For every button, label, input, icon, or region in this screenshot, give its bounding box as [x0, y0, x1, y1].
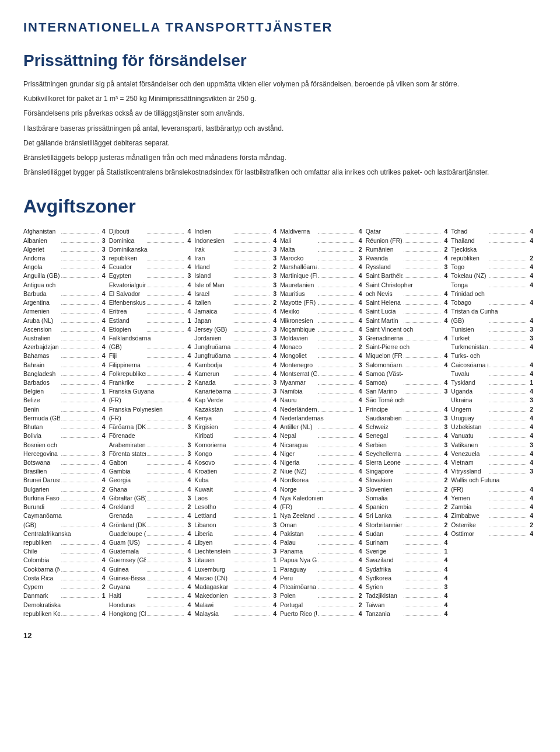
country-name: Paraguay [280, 565, 317, 574]
country-name: Nederländerna [280, 405, 317, 414]
zone-number: 4 [356, 263, 362, 271]
zone-number: 4 [356, 316, 362, 325]
list-item: Armenien4 [23, 307, 106, 316]
zone-number: 4 [100, 503, 106, 511]
country-name: Tyskland [451, 378, 488, 387]
zone-number: 4 [527, 361, 533, 370]
country-name: Sri Lanka [366, 511, 402, 520]
zone-number: 4 [271, 414, 276, 423]
zone-number: 2 [527, 254, 533, 263]
country-name: Trinidad och [451, 290, 533, 298]
country-name: Chile [23, 547, 60, 556]
zone-number: 3 [271, 271, 276, 280]
country-name: Gambia [109, 467, 146, 476]
avgiftszoner-title: Avgiftszoner [23, 192, 537, 220]
list-item: Qatar4 [366, 227, 448, 236]
country-name: Östtimor [451, 530, 488, 538]
list-item: republiken2 [451, 254, 533, 263]
country-name: Förenta staterna [109, 450, 146, 458]
dots [147, 313, 184, 314]
country-name: Antiller (NL) [280, 423, 317, 431]
dots [489, 411, 526, 412]
country-name: Tunisien [451, 325, 488, 334]
list-item: Panama4 [280, 547, 362, 556]
list-item: Wallis och Futuna [451, 476, 533, 485]
list-item: Jungfruöarna (US)4 [194, 351, 276, 360]
list-item: Albanien3 [23, 236, 106, 245]
zone-number: 4 [100, 370, 106, 378]
dots [61, 482, 98, 482]
dots [489, 420, 526, 420]
zone-number: 4 [527, 316, 533, 325]
dots [318, 384, 355, 385]
zone-number: 4 [356, 565, 362, 574]
zone-number: 4 [271, 351, 276, 360]
dots [61, 402, 98, 402]
zone-number: 2 [356, 591, 362, 600]
zone-number: 3 [185, 271, 191, 280]
country-name: Senegal [366, 431, 402, 440]
list-item: Haiti4 [109, 591, 191, 600]
list-item: Danmark1 [23, 591, 106, 600]
main-title: INTERNATIONELLA TRANSPORTTJÄNSTER [23, 18, 537, 37]
zone-number: 4 [442, 307, 447, 316]
dots [404, 517, 440, 518]
country-name: Zimbabwe [451, 511, 488, 520]
dots [318, 615, 355, 616]
zone-number: 2 [442, 476, 447, 485]
list-item: Österrike2 [451, 521, 533, 530]
zone-number: 4 [100, 431, 106, 440]
list-item: Malaysia4 [194, 610, 276, 618]
zone-number: 2 [185, 378, 191, 387]
list-item: Irland2 [194, 263, 276, 271]
list-item: Nepal4 [280, 431, 362, 440]
country-name: Kanarieöarna (ES) [194, 387, 231, 396]
country-name: Angola [23, 263, 60, 271]
dots [61, 527, 98, 527]
dots [404, 260, 440, 260]
list-item: Libyen4 [194, 538, 276, 547]
list-item: Nordkorea4 [280, 476, 362, 485]
zone-number: 3 [527, 396, 533, 405]
list-item: Barbuda4 [23, 290, 106, 298]
country-name: Liechtenstein [194, 547, 231, 556]
zone-number: 4 [442, 574, 447, 583]
list-item: Tjeckiska [451, 245, 533, 254]
country-name: Costa Rica [23, 574, 60, 583]
list-item: Papua Nya Guinea4 [280, 556, 362, 565]
country-name: San Marino [366, 387, 402, 396]
country-name: Myanmar [280, 378, 317, 387]
dots [147, 491, 184, 492]
dots [147, 517, 184, 518]
list-item: Guam (US)4 [109, 538, 191, 547]
country-name: Pitcairnöarna (GB) [280, 583, 317, 591]
list-item: (GB)4 [451, 316, 533, 325]
zone-number: 4 [442, 610, 447, 618]
zone-number: 3 [356, 361, 362, 370]
list-item: Mikronesien4 [280, 316, 362, 325]
country-name: Albanien [23, 236, 60, 245]
dots [233, 544, 270, 545]
list-item: Malawi4 [194, 601, 276, 610]
list-item: Kamerun4 [194, 370, 276, 378]
country-name: Tchad [451, 227, 488, 236]
country-name: (FR) [109, 414, 146, 423]
list-item: Storbritannien2 [366, 521, 448, 530]
dots [404, 500, 440, 500]
dots [404, 527, 440, 527]
zone-number: 4 [356, 521, 362, 530]
dots [61, 340, 98, 340]
country-name: Algeriet [23, 245, 60, 254]
country-name: Mali [280, 236, 317, 245]
dots [61, 562, 98, 562]
zone-number: 4 [271, 227, 276, 236]
dots [233, 420, 270, 420]
country-name: Jordanien [194, 334, 231, 343]
zone-number: 4 [442, 334, 447, 343]
list-item: Saint Barthélemy4 [366, 271, 448, 280]
country-name: Afghanistan [23, 227, 60, 236]
country-name: Nicaragua [280, 441, 317, 450]
dots [404, 580, 440, 580]
list-item: Demokratiska [23, 601, 106, 610]
list-item: Island3 [194, 271, 276, 280]
